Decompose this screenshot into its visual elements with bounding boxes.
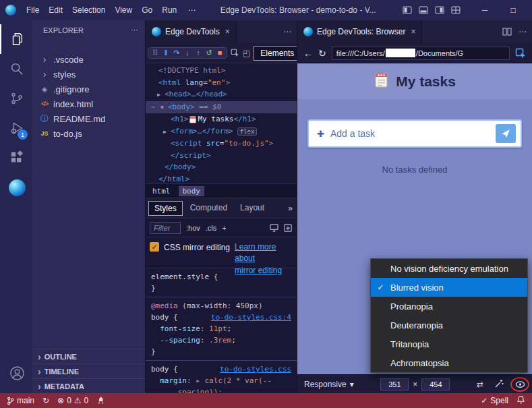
add-task-submit-button[interactable] bbox=[496, 124, 516, 143]
screencast-inspect-icon[interactable] bbox=[515, 48, 526, 59]
spell-checker-indicator[interactable]: ✓ Spell bbox=[481, 396, 508, 405]
menu-edit[interactable]: Edit bbox=[44, 5, 67, 15]
problems-indicator[interactable]: ⊗ 0 ⚠ 0 bbox=[57, 396, 88, 405]
step-over-icon[interactable]: ↷ bbox=[173, 49, 181, 57]
css-line[interactable]: } bbox=[146, 283, 297, 294]
accounts-icon[interactable] bbox=[0, 358, 32, 388]
section-metadata[interactable]: ›METADATA bbox=[32, 378, 145, 393]
customize-layout-icon[interactable] bbox=[451, 5, 461, 15]
sync-icon[interactable]: ↻ bbox=[42, 396, 49, 405]
css-line[interactable]: body {to-do-styles.css bbox=[146, 363, 297, 375]
activity-edge-devtools-icon[interactable] bbox=[0, 173, 32, 202]
file-to-do-js[interactable]: JSto-do.js bbox=[32, 126, 145, 141]
minimize-button[interactable]: ─ bbox=[471, 5, 498, 15]
device-emulation-icon[interactable]: ◰ bbox=[243, 49, 250, 58]
node-overflow-icon[interactable]: ⋯ bbox=[151, 101, 160, 113]
section-outline[interactable]: ›OUTLINE bbox=[32, 349, 145, 363]
toggle-secondary-sidebar-icon[interactable] bbox=[435, 5, 444, 15]
toggle-panel-icon[interactable] bbox=[419, 5, 428, 15]
breadcrumb-html[interactable]: html bbox=[152, 187, 171, 196]
menu-more-icon[interactable]: ⋯ bbox=[183, 5, 200, 15]
tab-edge-devtools[interactable]: Edge DevTools × bbox=[146, 20, 237, 43]
activity-search-icon[interactable] bbox=[0, 54, 32, 84]
close-icon[interactable]: × bbox=[411, 27, 415, 36]
css-line[interactable]: } bbox=[146, 346, 297, 357]
dom-node[interactable]: <html lang="en"> bbox=[146, 77, 297, 89]
file-vscode[interactable]: ›.vscode bbox=[32, 52, 145, 67]
breadcrumb-body[interactable]: body bbox=[179, 186, 205, 196]
tab-styles[interactable]: Styles bbox=[148, 201, 183, 216]
stylesheet-link[interactable]: to-do-styles.css bbox=[220, 363, 291, 375]
drag-handle-icon[interactable]: ⠿ bbox=[151, 49, 159, 57]
menu-file[interactable]: File bbox=[22, 5, 44, 15]
menu-run[interactable]: Run bbox=[157, 5, 181, 15]
css-line[interactable]: @media (max-width: 450px) bbox=[146, 300, 297, 312]
css-line[interactable]: spacing)); bbox=[146, 386, 297, 393]
menu-go[interactable]: Go bbox=[137, 5, 157, 15]
dom-node[interactable]: <!DOCTYPE html> bbox=[146, 65, 297, 77]
inspect-element-icon[interactable] bbox=[231, 49, 239, 57]
twisty-icon[interactable]: ▼ bbox=[160, 102, 168, 114]
file-gitignore[interactable]: ◈.gitignore bbox=[32, 82, 145, 96]
stylesheet-link[interactable]: to-do-styles.css:4 bbox=[211, 312, 291, 323]
editor-actions-more-icon[interactable]: ⋯ bbox=[519, 27, 527, 36]
debug-launch-icon[interactable] bbox=[96, 397, 105, 405]
dom-node[interactable]: ▶<head>…</head> bbox=[146, 88, 297, 101]
add-task-field[interactable]: ✚ Add a task bbox=[307, 119, 522, 148]
menu-item-achromatopsia[interactable]: Achromatopsia bbox=[371, 353, 527, 372]
branch-indicator[interactable]: main bbox=[7, 396, 34, 405]
activity-extensions-icon[interactable] bbox=[0, 143, 32, 173]
menu-selection[interactable]: Selection bbox=[67, 5, 110, 15]
viewport-width-input[interactable]: 351 bbox=[380, 378, 409, 390]
notifications-bell-icon[interactable] bbox=[516, 395, 525, 406]
dom-node[interactable]: <h1>📒My tasks</h1> bbox=[146, 113, 297, 125]
menu-item-no-vision-deficiency-emulation[interactable]: No vision deficiency emulation bbox=[371, 259, 527, 278]
state-button-add[interactable]: + bbox=[222, 224, 226, 232]
stop-icon[interactable]: ■ bbox=[216, 49, 224, 57]
more-panels-icon[interactable]: » bbox=[287, 204, 294, 213]
file-styles[interactable]: ›styles bbox=[32, 67, 145, 82]
menu-view[interactable]: View bbox=[110, 5, 137, 15]
close-icon[interactable]: × bbox=[225, 27, 230, 36]
restart-icon[interactable]: ↺ bbox=[205, 49, 213, 57]
maximize-button[interactable]: □ bbox=[500, 5, 527, 15]
file-readme-md[interactable]: ⓘREADME.md bbox=[32, 111, 145, 126]
dom-node[interactable]: <script src="to-do.js"> bbox=[146, 138, 297, 150]
rotate-viewport-icon[interactable]: ⇄ bbox=[477, 380, 483, 389]
activity-source-control-icon[interactable] bbox=[0, 84, 32, 113]
vision-deficiency-button[interactable] bbox=[515, 380, 525, 388]
url-bar[interactable]: file:///C:/Users/ /Documents/G bbox=[332, 47, 510, 60]
tab-computed[interactable]: Computed bbox=[185, 201, 233, 216]
dom-node[interactable]: </body> bbox=[146, 161, 297, 173]
section-timeline[interactable]: ›TIMELINE bbox=[32, 363, 145, 378]
activity-explorer-icon[interactable] bbox=[0, 24, 32, 54]
pause-icon[interactable]: ‖ bbox=[162, 49, 170, 57]
file-index-html[interactable]: </>index.html bbox=[32, 96, 145, 111]
activity-run-debug-icon[interactable]: 1 bbox=[0, 113, 32, 143]
state-button-cls[interactable]: .cls bbox=[206, 224, 217, 232]
editor-actions-more-icon[interactable]: ⋯ bbox=[283, 27, 291, 36]
viewport-height-input[interactable]: 454 bbox=[421, 378, 450, 390]
flex-badge[interactable]: flex bbox=[237, 127, 258, 136]
dom-node[interactable]: </html> bbox=[146, 173, 297, 184]
toggle-primary-sidebar-icon[interactable] bbox=[403, 5, 412, 15]
emulation-wand-icon[interactable] bbox=[494, 378, 504, 390]
menu-item-protanopia[interactable]: Protanopia bbox=[371, 297, 527, 316]
tab-edge-devtools-browser[interactable]: Edge DevTools: Browser × bbox=[297, 20, 422, 43]
dom-node[interactable]: ▶<form>…</form>flex bbox=[146, 125, 297, 138]
css-line[interactable]: body {to-do-styles.css:4 bbox=[146, 312, 297, 323]
css-line[interactable]: margin: ▸ calc(2 * var(-- bbox=[146, 375, 297, 386]
styles-filter-input[interactable]: Filter bbox=[150, 222, 181, 234]
explorer-more-icon[interactable]: ⋯ bbox=[131, 26, 138, 34]
twisty-icon[interactable]: ▶ bbox=[163, 126, 171, 138]
tab-elements[interactable]: Elements bbox=[254, 46, 301, 61]
new-style-rule-icon[interactable] bbox=[284, 224, 293, 232]
twisty-icon[interactable]: ▶ bbox=[157, 89, 165, 101]
dom-node[interactable]: ⋯▼<body> == $0 bbox=[146, 101, 297, 114]
back-icon[interactable]: ← bbox=[303, 48, 313, 59]
css-line[interactable]: --spacing: .3rem; bbox=[146, 334, 297, 346]
device-mode-dropdown[interactable]: Responsive ▾ bbox=[304, 380, 354, 389]
menu-item-deuteranopia[interactable]: Deuteranopia bbox=[371, 316, 527, 334]
dom-node[interactable]: </script> bbox=[146, 150, 297, 162]
step-out-icon[interactable]: ↑ bbox=[194, 49, 202, 57]
